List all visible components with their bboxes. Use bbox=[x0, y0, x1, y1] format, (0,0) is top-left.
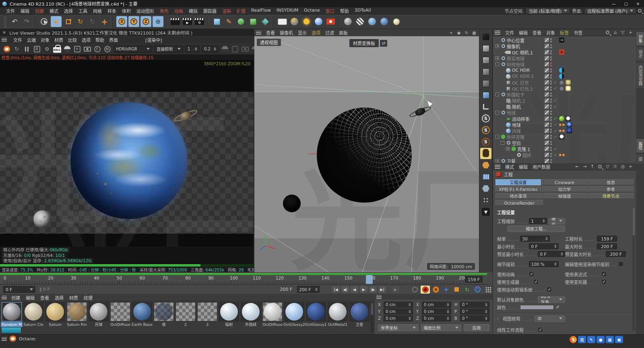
settings-gear-icon[interactable]: ⚙ bbox=[43, 45, 51, 53]
search-icon[interactable] bbox=[605, 30, 611, 35]
vp-menu-3[interactable]: 选项 bbox=[309, 29, 323, 36]
hamburger-icon[interactable] bbox=[256, 31, 261, 35]
object-row[interactable]: ≈运动样条✓ bbox=[493, 116, 636, 122]
expand-toggle[interactable]: - bbox=[495, 135, 499, 139]
hamburger-icon[interactable] bbox=[376, 295, 382, 299]
edit-pencil-icon[interactable] bbox=[545, 116, 549, 121]
dim-ball-icon[interactable] bbox=[221, 45, 229, 53]
coord-field[interactable]: 0 cm bbox=[384, 309, 413, 315]
visibility-dots[interactable] bbox=[550, 147, 552, 151]
object-row[interactable]: +摄像机 bbox=[493, 43, 636, 49]
snap-dots-icon[interactable] bbox=[480, 195, 491, 206]
value-field[interactable]: 30 bbox=[520, 236, 550, 242]
octane-mix-material[interactable] bbox=[379, 16, 390, 27]
hamburger-icon[interactable] bbox=[2, 38, 7, 41]
octane-area-light[interactable] bbox=[313, 16, 324, 27]
enabled-check-icon[interactable]: ✓ bbox=[553, 80, 558, 85]
material-thumbnail[interactable] bbox=[132, 302, 152, 321]
enabled-check-icon[interactable]: ✓ bbox=[553, 122, 558, 127]
enabled-check-icon[interactable]: ✓ bbox=[553, 86, 558, 91]
lock-icon[interactable]: ⚿ bbox=[612, 164, 618, 170]
live-viewer-close-icon[interactable]: × bbox=[2, 30, 6, 35]
panel-tab-2[interactable]: 内容浏览器 bbox=[636, 62, 644, 89]
material-thumb-partial[interactable] bbox=[1, 327, 21, 334]
edit-pencil-icon[interactable] bbox=[545, 122, 549, 127]
material-thumbnail[interactable] bbox=[262, 302, 283, 321]
panel-tab-0[interactable]: 对象 bbox=[636, 31, 644, 46]
edit-pencil-icon[interactable] bbox=[545, 110, 549, 115]
pause-icon[interactable] bbox=[23, 45, 31, 53]
checkbox[interactable]: ✓ bbox=[538, 327, 543, 332]
search-icon[interactable] bbox=[638, 9, 642, 12]
vp-menu-0[interactable]: 查看 bbox=[264, 29, 277, 36]
expand-toggle[interactable]: - bbox=[495, 93, 499, 96]
edit-pencil-icon[interactable] bbox=[545, 159, 549, 163]
axis-modify-tool[interactable]: + bbox=[99, 16, 110, 27]
material-item[interactable]: 外围线 bbox=[240, 301, 262, 327]
view-label[interactable]: 透视视图 bbox=[257, 39, 281, 46]
pan-view-icon[interactable]: + bbox=[448, 30, 454, 35]
mat-menu-1[interactable]: 编辑 bbox=[23, 294, 37, 301]
octane-specular-material[interactable] bbox=[367, 16, 378, 27]
tag-target-icon[interactable]: ◎ bbox=[559, 86, 564, 91]
expand-toggle[interactable]: + bbox=[495, 44, 499, 48]
menubar-item-11[interactable]: 动画 bbox=[171, 8, 186, 14]
minimize-button[interactable]: — bbox=[608, 0, 620, 7]
hud-material-switcher[interactable]: 材质变换板 ⇄ bbox=[349, 39, 387, 47]
toolbar-grip[interactable] bbox=[4, 16, 6, 27]
material-thumbnail[interactable] bbox=[219, 302, 239, 321]
octane-autokey-button[interactable] bbox=[421, 286, 430, 294]
edit-pencil-icon[interactable] bbox=[545, 74, 549, 79]
start-frame-field[interactable]: 0 F bbox=[3, 286, 35, 293]
lv-menu-2[interactable]: 对象 bbox=[38, 37, 52, 43]
deformer-menu[interactable] bbox=[260, 16, 270, 27]
material-thumbnail[interactable] bbox=[23, 302, 43, 321]
coord-field[interactable]: 0 cm bbox=[384, 302, 413, 308]
apply-button[interactable]: 应用 bbox=[464, 324, 489, 331]
octane-texture-environment[interactable] bbox=[289, 16, 300, 27]
coord-field[interactable]: 0 cm bbox=[422, 315, 451, 321]
x-axis-lock[interactable]: X bbox=[116, 16, 127, 27]
forward-icon[interactable]: → bbox=[582, 164, 588, 170]
interface-dropdown[interactable]: 远程标准界面 (用户) bbox=[584, 8, 636, 14]
edit-pencil-icon[interactable] bbox=[545, 98, 549, 103]
material-item[interactable]: 3 bbox=[196, 301, 218, 327]
record-rotation-button[interactable]: ↻ bbox=[462, 286, 472, 294]
edit-pencil-icon[interactable] bbox=[545, 68, 549, 72]
menubar-item-13[interactable]: 跟踪器 bbox=[200, 8, 219, 14]
tag-texnavy-icon[interactable] bbox=[567, 128, 572, 133]
visibility-dots[interactable] bbox=[550, 87, 552, 91]
octane-diffuse-material[interactable] bbox=[343, 16, 353, 27]
visibility-dots[interactable] bbox=[550, 81, 552, 85]
tab-6[interactable]: 待办事项 bbox=[495, 193, 541, 199]
menubar-item-15[interactable]: 扩展 bbox=[234, 8, 248, 14]
edit-pencil-icon[interactable] bbox=[545, 56, 549, 60]
edit-pencil-icon[interactable] bbox=[545, 80, 549, 85]
menubar-item-16[interactable]: RealFlow bbox=[248, 8, 274, 14]
edit-pencil-icon[interactable] bbox=[545, 153, 549, 157]
object-row[interactable]: 圆环✓ bbox=[493, 152, 636, 158]
visibility-dots[interactable] bbox=[550, 153, 552, 157]
tech-earth-sphere[interactable] bbox=[317, 108, 412, 203]
visibility-dots[interactable] bbox=[550, 44, 552, 48]
edit-pencil-icon[interactable] bbox=[545, 92, 549, 97]
redo-icon[interactable]: ↷ bbox=[21, 16, 32, 27]
visibility-dots[interactable] bbox=[550, 68, 552, 72]
move-tool[interactable]: + bbox=[51, 16, 62, 27]
menubar-item-4[interactable]: 选择 bbox=[61, 8, 76, 14]
tag-target-icon[interactable]: ◎ bbox=[559, 80, 564, 85]
rotate-view-icon[interactable]: ↻ bbox=[463, 30, 470, 35]
last-used-tool[interactable]: ↻ bbox=[87, 16, 98, 27]
octane-light-bulb[interactable] bbox=[391, 16, 402, 27]
checkbox[interactable]: ✓ bbox=[533, 279, 539, 284]
edit-pencil-icon[interactable] bbox=[545, 38, 549, 42]
menubar-item-20[interactable]: 帮助 bbox=[337, 8, 352, 14]
expand-toggle[interactable]: + bbox=[495, 159, 499, 163]
value-field[interactable]: 200 F bbox=[597, 243, 617, 249]
lv-menu-7[interactable]: 界面 bbox=[107, 37, 120, 43]
tab-7[interactable]: 帧插值 bbox=[542, 193, 587, 199]
material-item[interactable]: Saturn Rin bbox=[66, 301, 88, 327]
value-field[interactable]: 159 F bbox=[597, 236, 617, 242]
om-menu-5[interactable]: 书签 bbox=[571, 29, 585, 36]
object-row[interactable]: OC HDR bbox=[493, 67, 636, 73]
